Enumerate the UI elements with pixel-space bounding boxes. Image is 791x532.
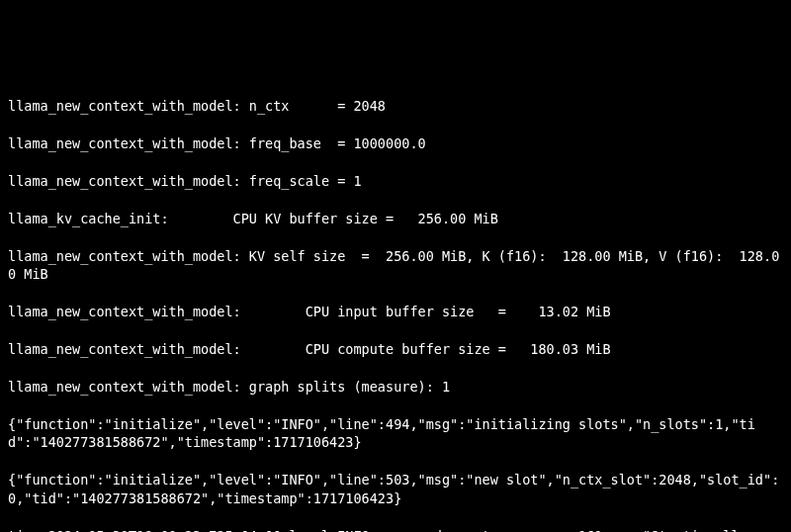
log-line: llama_new_context_with_model: graph spli… xyxy=(8,378,783,397)
log-line: llama_new_context_with_model: n_ctx = 20… xyxy=(8,97,783,116)
log-line: llama_new_context_with_model: freq_scale… xyxy=(8,172,783,191)
log-line: llama_new_context_with_model: CPU comput… xyxy=(8,340,783,359)
log-line: llama_new_context_with_model: freq_base … xyxy=(8,134,783,153)
log-line: llama_new_context_with_model: CPU input … xyxy=(8,303,783,321)
log-line: {"function":"initialize","level":"INFO",… xyxy=(8,471,783,508)
log-line: llama_new_context_with_model: KV self si… xyxy=(8,247,783,285)
log-line: time=2024-05-30T18:00:23.725-04:00 level… xyxy=(8,527,783,532)
log-line: {"function":"initialize","level":"INFO",… xyxy=(8,415,783,453)
terminal-output: llama_new_context_with_model: n_ctx = 20… xyxy=(8,79,783,532)
log-line: llama_kv_cache_init: CPU KV buffer size … xyxy=(8,210,783,228)
